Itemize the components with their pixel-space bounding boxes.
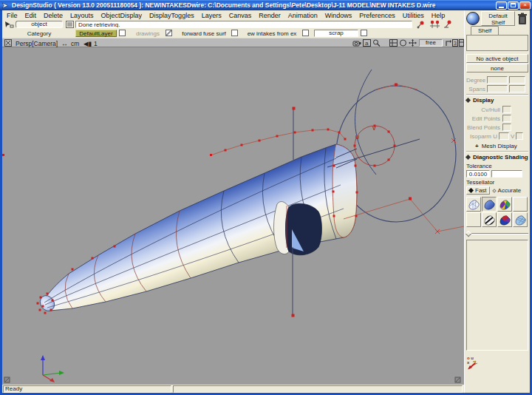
shading-curvature-button[interactable]: [497, 212, 512, 227]
shading-zebra-button[interactable]: [482, 212, 497, 227]
camera-mode-dropdown[interactable]: free: [419, 39, 443, 47]
menu-file[interactable]: File: [7, 12, 18, 19]
pan-icon[interactable]: [409, 39, 417, 47]
minimize-button[interactable]: [496, 1, 507, 10]
prompt-options-icon[interactable]: o u x: [466, 355, 482, 370]
scale-widget-icon[interactable]: ◀▮: [83, 40, 92, 47]
menu-utilities[interactable]: Utilities: [403, 12, 424, 19]
layer-scrap[interactable]: scrap: [314, 30, 358, 37]
menu-objectdisplay[interactable]: ObjectDisplay: [101, 12, 143, 19]
shading-empty-slot-2[interactable]: [466, 212, 481, 227]
prompt-toolbar: object Done retrieving.: [2, 20, 464, 29]
tessellator-accurate-radio[interactable]: Accurate: [493, 187, 522, 194]
shading-patches-button[interactable]: [497, 197, 512, 212]
isoparm-u-label: Isoparm U: [466, 133, 497, 140]
shading-button-row-2: [466, 212, 528, 227]
menu-animation[interactable]: Animation: [288, 12, 318, 19]
menu-preferences[interactable]: Preferences: [359, 12, 395, 19]
tolerance-slider-field[interactable]: [491, 170, 522, 178]
status-extra: [173, 385, 463, 393]
layer-drawings[interactable]: drawings: [132, 30, 163, 37]
display-section-header[interactable]: Display: [466, 97, 528, 104]
camera-icon[interactable]: [352, 39, 361, 47]
intake-opening: [274, 202, 322, 255]
menu-layers[interactable]: Layers: [202, 12, 222, 19]
close-button[interactable]: ×: [519, 1, 531, 10]
trash-icon[interactable]: [516, 12, 528, 25]
shading-solid-button[interactable]: [482, 197, 497, 212]
cvhull-label: Cv/Hull: [466, 107, 500, 113]
shading-button-row-1: [466, 197, 528, 212]
tessellator-fast-radio[interactable]: Fast: [466, 186, 490, 195]
grid-toggle-icon[interactable]: [389, 39, 398, 47]
menu-windows[interactable]: Windows: [325, 12, 352, 19]
close-viewport-icon[interactable]: [4, 39, 12, 47]
menu-bar: File Edit Delete Layouts ObjectDisplay D…: [2, 10, 464, 20]
viewport-grip-icons[interactable]: [4, 377, 460, 382]
globe-icon[interactable]: [466, 12, 480, 25]
hull-x-marks: [435, 138, 456, 234]
prompt-history-icon[interactable]: [66, 21, 74, 28]
three-pane-icon[interactable]: 3: [452, 39, 458, 47]
category-label[interactable]: Category: [16, 30, 63, 37]
shading-checker-button[interactable]: [513, 212, 528, 227]
mesh-display-row[interactable]: + Mesh Display: [466, 143, 528, 149]
spans-field-v: [509, 85, 525, 92]
cvhull-checkbox[interactable]: [502, 106, 511, 113]
layer-forward-fuse-surf[interactable]: forward fuse surf: [178, 30, 230, 37]
snap-point-icon[interactable]: [416, 20, 427, 29]
maximize-button[interactable]: [508, 1, 519, 10]
layer-checkbox-scrap[interactable]: [361, 30, 367, 36]
menu-displaytoggles[interactable]: DisplayToggles: [149, 12, 194, 19]
menu-delete[interactable]: Delete: [44, 12, 63, 19]
zoom-icon[interactable]: [372, 39, 381, 47]
menu-edit[interactable]: Edit: [25, 12, 37, 19]
shading-empty-slot-1[interactable]: [513, 197, 528, 212]
shading-wireframe-button[interactable]: [466, 197, 481, 212]
viewport-header[interactable]: Persp[Camera] ↔ cm ◀▮ 1 a free: [2, 38, 464, 47]
slider-handle[interactable]: [466, 231, 471, 237]
pick-object-icon[interactable]: [4, 21, 14, 28]
tessellator-label: Tessellator: [466, 179, 528, 186]
layer-checkbox-ew-intakes[interactable]: [302, 30, 309, 36]
menu-layouts[interactable]: Layouts: [70, 12, 94, 19]
render-icon[interactable]: a: [363, 39, 371, 47]
fast-label: Fast: [475, 187, 487, 194]
viewport-title[interactable]: Persp[Camera]: [16, 40, 58, 47]
snap-grid-icon[interactable]: [443, 20, 454, 29]
divider: [466, 94, 528, 95]
no-active-object-bar: No active object: [466, 54, 528, 63]
slider-track[interactable]: [471, 233, 528, 234]
viewport-unit[interactable]: cm: [71, 40, 79, 47]
layout-corner-icon[interactable]: [446, 39, 451, 47]
tumble-icon[interactable]: [399, 39, 407, 47]
shading-slider[interactable]: [466, 231, 528, 237]
diagnostic-section-header[interactable]: Diagnostic Shading: [466, 154, 528, 161]
blend-points-checkbox[interactable]: [502, 124, 511, 131]
layer-defaultlayer[interactable]: DefaultLayer: [75, 30, 117, 37]
layer-checkbox-defaultlayer[interactable]: [119, 30, 126, 36]
default-shelf-button[interactable]: Default Shelf: [481, 11, 515, 26]
title-bar[interactable]: DesignStudio ( Version 13.0 200511180054…: [0, 0, 532, 10]
menu-render[interactable]: Render: [259, 12, 281, 19]
prompt-line-field[interactable]: Done retrieving.: [75, 21, 412, 28]
tolerance-input[interactable]: 0.0100: [466, 170, 490, 178]
menu-canvas[interactable]: Canvas: [229, 12, 252, 19]
shelf-tab-page[interactable]: [466, 35, 528, 51]
viewport-canvas[interactable]: U V: [2, 47, 464, 385]
degree-label: Degree: [466, 77, 485, 84]
edit-points-checkbox[interactable]: [502, 115, 511, 122]
viewport-scale[interactable]: 1: [94, 40, 98, 47]
object-filter-button[interactable]: object: [16, 21, 63, 28]
layer-checkbox-drawings[interactable]: [166, 30, 172, 36]
panes-icon[interactable]: [459, 39, 464, 47]
status-bar: Ready: [2, 385, 464, 393]
snap-curve-icon[interactable]: [429, 20, 440, 29]
app-window: DesignStudio ( Version 13.0 200511180054…: [0, 0, 532, 395]
active-object-none-bar[interactable]: none: [466, 64, 528, 72]
svg-text:a: a: [365, 40, 369, 47]
menu-help[interactable]: Help: [432, 12, 446, 19]
layer-ew-intakes[interactable]: ew intakes from ex: [243, 30, 301, 37]
layer-checkbox-forward-fuse-surf[interactable]: [231, 30, 238, 36]
tolerance-label: Tolerance: [466, 163, 528, 169]
